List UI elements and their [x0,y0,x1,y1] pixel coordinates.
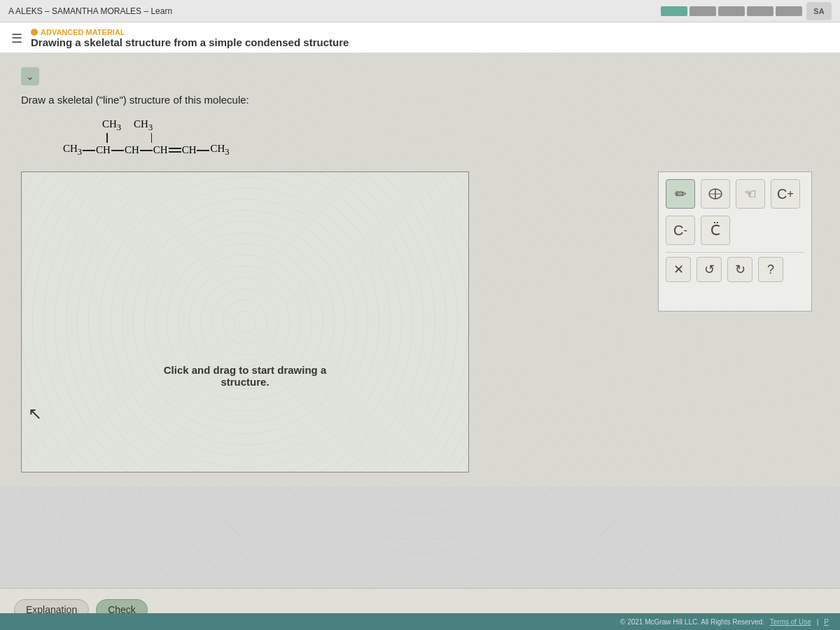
seg-5 [776,6,802,16]
top-bar-right: SA [661,2,832,20]
hamburger-icon[interactable]: ☰ [11,31,22,46]
double-bond [169,148,181,153]
seg-2 [690,6,716,16]
lesson-title: Drawing a skeletal structure from a simp… [31,36,349,48]
collapse-button[interactable]: ⌄ [21,67,39,85]
cursor-arrow-icon: ↖ [28,404,42,424]
ch-2: CH [125,144,139,156]
ch-4: CH [182,144,197,156]
top-bar: A ALEKS – SAMANTHA MORALES – Learn SA [0,0,840,22]
seg-1 [661,6,687,16]
header-text-block: ADVANCED MATERIAL Drawing a skeletal str… [31,28,349,48]
bond-2 [111,150,124,151]
header-section: ☰ ADVANCED MATERIAL Drawing a skeletal s… [0,22,840,53]
formula-main-row: CH3 CH CH CH CH CH3 [63,143,819,158]
question-text: Draw a skeletal ("line") structure of th… [21,94,819,106]
c-minus-button[interactable]: C- [666,216,695,245]
progress-segments [661,6,802,16]
copyright-text: © 2021 McGraw Hill LLC. All Rights Reser… [620,618,764,626]
terms-link[interactable]: Terms of Use [770,618,811,626]
ch-3: CH [153,144,168,156]
top-bar-title: A ALEKS – SAMANTHA MORALES – Learn [8,6,172,16]
bond-3 [140,150,153,151]
content-panel: ⌄ Draw a skeletal ("line") structure of … [0,53,840,486]
orange-dot-icon [31,29,38,36]
c-plus-button[interactable]: C+ [771,179,800,209]
undo-button[interactable]: ↺ [696,257,722,282]
toolbar-row-1: ✏ ☜ C+ [666,179,804,209]
ch-1: CH [96,144,111,156]
c-dots-button[interactable]: C̈ [701,216,730,245]
hand-tool-button[interactable]: ☜ [736,179,765,209]
pipe-separator: | [817,618,819,626]
advanced-material-label: ADVANCED MATERIAL [31,28,349,36]
seg-4 [747,6,774,16]
clear-button[interactable]: ✕ [666,257,691,282]
ch3-end: CH3 [210,143,229,158]
toolbar-panel: ✏ ☜ C+ C- C̈ ✕ ↺ ↻ ? [658,172,812,312]
vert-bond-1 [106,133,108,143]
toolbar-row-2: C- C̈ [666,216,804,245]
molecule-formula: CH3 CH3 CH3 CH CH CH [63,118,819,158]
sa-button[interactable]: SA [806,2,832,20]
privacy-link[interactable]: P [824,618,829,626]
pencil-tool-button[interactable]: ✏ [666,179,695,209]
drawing-area-wrapper: Click and drag to start drawing a struct… [21,172,819,472]
eraser-tool-button[interactable] [701,179,730,209]
redo-button[interactable]: ↻ [727,257,752,282]
seg-3 [718,6,745,16]
bond-1 [83,150,95,151]
top-ch3-1: CH3 [102,118,121,133]
toolbar-divider [666,252,804,253]
vert-bond-2 [151,133,153,143]
help-button[interactable]: ? [758,257,783,282]
main-content: ⌄ Draw a skeletal ("line") structure of … [0,53,840,627]
top-ch3-2: CH3 [134,118,153,133]
ch3-start: CH3 [63,143,82,158]
canvas-instruction: Click and drag to start drawing a struct… [164,364,327,388]
toolbar-row-3: ✕ ↺ ↻ ? [666,257,804,282]
footer-bar: © 2021 McGraw Hill LLC. All Rights Reser… [0,613,840,630]
drawing-canvas[interactable]: Click and drag to start drawing a struct… [21,172,469,472]
bond-5 [197,150,209,151]
formula-top-row: CH3 CH3 [63,118,819,133]
